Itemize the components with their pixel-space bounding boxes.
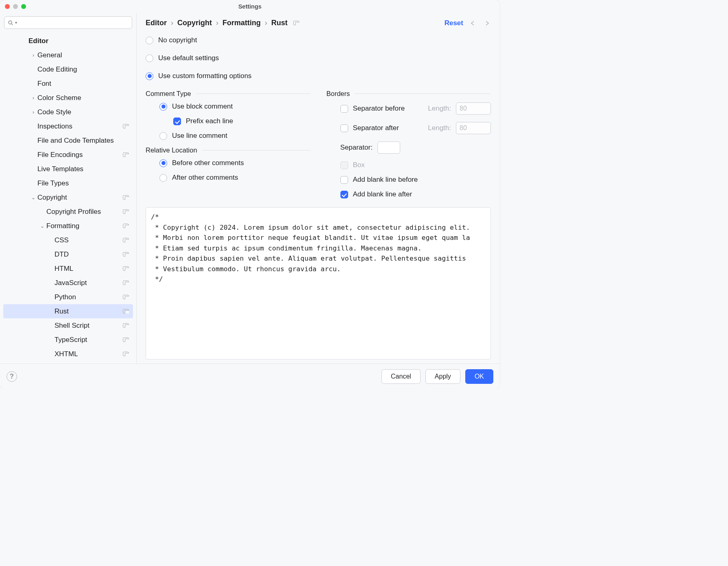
radio-label: After other comments <box>172 174 238 182</box>
help-icon[interactable]: ? <box>7 371 17 382</box>
forward-arrow-icon[interactable] <box>483 19 491 27</box>
checkbox-separator-after[interactable]: Separator after <box>340 124 399 132</box>
tree-item-copyright-profiles[interactable]: Copyright Profiles <box>3 205 133 219</box>
tree-item-label: Rust <box>54 307 120 316</box>
row-separator-before: Separator before Length: <box>340 102 491 115</box>
tree-item-general[interactable]: ›General <box>3 48 133 62</box>
tree-item-live-templates[interactable]: Live Templates <box>3 162 133 176</box>
tree-item-css[interactable]: CSS <box>3 233 133 247</box>
radio-use-block-comment[interactable]: Use block comment <box>159 102 310 111</box>
tree-item-code-style[interactable]: ›Code Style <box>3 105 133 119</box>
chevron-right-icon[interactable]: › <box>30 52 37 58</box>
radio-icon <box>159 132 167 140</box>
checkbox-label: Prefix each line <box>186 117 233 125</box>
checkbox-icon <box>173 118 181 125</box>
tree-item-label: Formatting <box>46 222 120 230</box>
chevron-down-icon[interactable]: ⌄ <box>39 223 46 229</box>
tree-item-editor[interactable]: Editor <box>3 34 133 48</box>
tree-item-typescript[interactable]: TypeScript <box>3 333 133 347</box>
radio-label: Use default settings <box>158 54 219 62</box>
checkbox-box: Box <box>340 161 491 169</box>
group-relative-location: Relative Location Before other comments … <box>146 146 310 182</box>
scope-icon <box>123 281 129 285</box>
tree-item-file-and-code-templates[interactable]: File and Code Templates <box>3 133 133 148</box>
back-arrow-icon[interactable] <box>469 19 477 27</box>
footer: ? Cancel Apply OK <box>0 364 500 389</box>
tree-item-file-types[interactable]: File Types <box>3 176 133 190</box>
breadcrumb-item[interactable]: Formatting <box>222 19 261 27</box>
titlebar: Settings <box>0 0 500 13</box>
main-header: Editor›Copyright›Formatting›Rust Reset <box>146 19 491 27</box>
chevron-down-icon[interactable]: ⌄ <box>30 195 37 200</box>
tree-item-dtd[interactable]: DTD <box>3 247 133 261</box>
radio-use-default[interactable]: Use default settings <box>146 54 491 62</box>
breadcrumb: Editor›Copyright›Formatting›Rust <box>146 19 299 27</box>
scope-icon <box>123 152 129 157</box>
tree-item-label: JavaScript <box>54 279 120 287</box>
tree-item-label: Python <box>54 293 120 301</box>
radio-use-custom[interactable]: Use custom formatting options <box>146 72 491 80</box>
length-after-input[interactable] <box>456 122 491 134</box>
tree-item-label: Copyright Profiles <box>46 208 120 216</box>
tree-item-inspections[interactable]: Inspections <box>3 119 133 133</box>
right-column: Borders Separator before Length: <box>327 87 491 205</box>
tree-item-shell-script[interactable]: Shell Script <box>3 318 133 333</box>
svg-point-0 <box>9 21 12 24</box>
ok-button[interactable]: OK <box>465 369 493 384</box>
tree-item-label: Copyright <box>37 194 120 202</box>
main-panel: Editor›Copyright›Formatting›Rust Reset N… <box>137 13 500 364</box>
radio-use-line-comment[interactable]: Use line comment <box>159 132 310 140</box>
tree-item-label: Font <box>37 80 129 88</box>
checkbox-blank-line-after[interactable]: Add blank line after <box>340 190 491 198</box>
divider <box>355 94 491 94</box>
search-input-wrapper[interactable]: ▾ <box>4 16 132 29</box>
scope-icon <box>123 209 129 214</box>
length-label: Length: <box>428 124 451 132</box>
checkbox-blank-line-before[interactable]: Add blank line before <box>340 176 491 184</box>
tree-item-html[interactable]: HTML <box>3 261 133 276</box>
breadcrumb-item[interactable]: Copyright <box>177 19 212 27</box>
scope-icon <box>123 337 129 342</box>
zoom-icon[interactable] <box>21 4 26 9</box>
chevron-right-icon[interactable]: › <box>30 95 37 101</box>
close-icon[interactable] <box>5 4 10 9</box>
tree-item-formatting[interactable]: ⌄Formatting <box>3 219 133 233</box>
search-input[interactable] <box>20 19 129 26</box>
chevron-right-icon[interactable]: › <box>30 109 37 115</box>
left-column: Comment Type Use block comment <box>146 87 310 188</box>
checkbox-separator-before[interactable]: Separator before <box>340 104 405 113</box>
tree-item-javascript[interactable]: JavaScript <box>3 276 133 290</box>
tree-item-python[interactable]: Python <box>3 290 133 304</box>
divider <box>202 150 310 150</box>
checkbox-icon <box>340 161 348 169</box>
settings-tree[interactable]: Editor›GeneralCode EditingFont›Color Sch… <box>3 32 133 360</box>
divider <box>196 94 310 94</box>
group-borders: Borders Separator before Length: <box>327 90 491 198</box>
breadcrumb-item[interactable]: Rust <box>271 19 288 27</box>
tree-item-file-encodings[interactable]: File Encodings <box>3 148 133 162</box>
chevron-right-icon: › <box>216 19 218 27</box>
tree-item-copyright[interactable]: ⌄Copyright <box>3 190 133 205</box>
tree-item-label: Editor <box>28 37 129 45</box>
checkbox-label: Separator after <box>353 124 399 132</box>
separator-char-input[interactable] <box>377 142 400 154</box>
tree-item-font[interactable]: Font <box>3 76 133 91</box>
breadcrumb-item[interactable]: Editor <box>146 19 167 27</box>
apply-button[interactable]: Apply <box>425 369 460 384</box>
tree-item-label: File Types <box>37 179 129 187</box>
reset-button[interactable]: Reset <box>445 19 463 27</box>
minimize-icon[interactable] <box>13 4 18 9</box>
radio-no-copyright[interactable]: No copyright <box>146 36 491 44</box>
cancel-button[interactable]: Cancel <box>381 369 421 384</box>
length-before-input[interactable] <box>456 102 491 115</box>
tree-item-code-editing[interactable]: Code Editing <box>3 62 133 76</box>
separator-label: Separator: <box>340 144 373 152</box>
tree-item-label: XHTML <box>54 350 120 358</box>
tree-item-xhtml[interactable]: XHTML <box>3 347 133 360</box>
radio-before-other-comments[interactable]: Before other comments <box>159 159 310 167</box>
radio-after-other-comments[interactable]: After other comments <box>159 174 310 182</box>
tree-item-color-scheme[interactable]: ›Color Scheme <box>3 91 133 105</box>
search-history-caret-icon[interactable]: ▾ <box>15 20 17 25</box>
checkbox-prefix-each-line[interactable]: Prefix each line <box>173 117 310 125</box>
tree-item-rust[interactable]: Rust <box>3 304 133 318</box>
